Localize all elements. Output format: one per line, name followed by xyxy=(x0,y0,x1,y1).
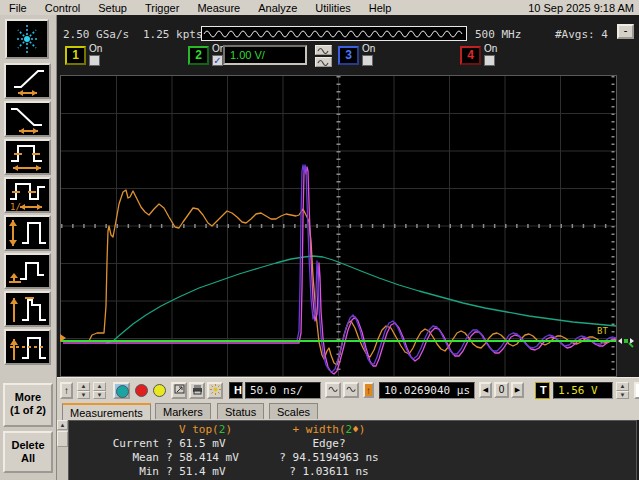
zoom-wave-button-1[interactable] xyxy=(325,382,341,398)
tool-vbase-button[interactable] xyxy=(4,253,51,289)
tool-vpp-button[interactable] xyxy=(4,215,51,251)
teal-grab-button[interactable] xyxy=(113,382,130,399)
menu-utilities[interactable]: Utilities xyxy=(306,2,359,14)
tool-rise-time-button[interactable] xyxy=(4,63,51,99)
channel-4-on-label: On xyxy=(484,43,497,54)
delay-zero-button[interactable]: 0 xyxy=(494,382,509,398)
memory-depth: 1.25 kpts xyxy=(143,28,203,41)
channel-1-checkbox[interactable] xyxy=(89,55,100,66)
export-window-button[interactable] xyxy=(171,382,187,399)
more-page-indicator: (1 of 2) xyxy=(5,404,51,417)
channel-2-button[interactable]: 2 xyxy=(188,46,209,65)
menu-trigger[interactable]: Trigger xyxy=(136,2,188,14)
min-value-1: ? 51.4 mV xyxy=(166,465,226,478)
trigger-slope-button[interactable]: ↑ xyxy=(634,382,639,399)
print-button[interactable] xyxy=(189,382,205,399)
vtop-icon xyxy=(6,293,49,325)
trigger-t-badge: T xyxy=(535,382,550,399)
menu-control[interactable]: Control xyxy=(36,2,89,14)
yellow-single-button[interactable] xyxy=(153,384,166,397)
channel-2-waveform-button-top[interactable] xyxy=(315,45,332,55)
sidebar: 1/ xyxy=(0,15,57,480)
row-label-min: Min xyxy=(94,465,159,478)
trigger-level-spinner[interactable]: ▲▼ xyxy=(616,382,629,399)
move-cursor-icon xyxy=(617,333,635,353)
mean-value-2: ? 94.5194963 ns xyxy=(249,451,409,464)
tool-vtop-button[interactable] xyxy=(4,291,51,327)
tool-vaverage-button[interactable] xyxy=(4,329,51,365)
vpp-icon xyxy=(6,217,49,249)
tool-frequency-button[interactable]: 1/ xyxy=(4,177,51,213)
menu-measure[interactable]: Measure xyxy=(188,2,249,14)
current-value-1: ? 61.5 mV xyxy=(166,437,226,450)
menu-bar: File Control Setup Trigger Measure Analy… xyxy=(0,0,639,15)
measurement-2-header: + width(2♦) xyxy=(249,423,409,436)
minimize-toolbar-button[interactable]: - xyxy=(617,24,634,39)
menu-setup[interactable]: Setup xyxy=(89,2,136,14)
delete-label: Delete xyxy=(5,439,51,452)
trigger-position-marker-button[interactable]: ↑ xyxy=(363,382,374,398)
spark-logo-icon xyxy=(7,21,47,57)
mean-value-1: ? 58.414 mV xyxy=(166,451,239,464)
more-measurements-button[interactable]: More (1 of 2) xyxy=(3,383,53,427)
channel-4-button[interactable]: 4 xyxy=(460,46,481,65)
spinner-2[interactable]: ▲▼ xyxy=(93,382,106,399)
scope-graticule xyxy=(61,76,616,376)
marker-up-button[interactable]: ↑ xyxy=(60,382,73,399)
delay-left-button[interactable]: ◀ xyxy=(479,382,492,398)
acquisition-status-bar: 2.50 GSa/s 1.25 kpts 500 MHz #Avgs: 4 - xyxy=(57,26,639,44)
spinner-1[interactable]: ▲▼ xyxy=(77,382,90,399)
fall-time-icon xyxy=(6,103,49,135)
channel-3-on-label: On xyxy=(362,43,375,54)
delay-field[interactable]: 10.0269040 µs xyxy=(379,382,475,399)
oscilloscope-window: File Control Setup Trigger Measure Analy… xyxy=(0,0,639,480)
channel-2-scale-field[interactable]: 1.00 V/ xyxy=(223,45,307,65)
channel-ground-marker[interactable] xyxy=(60,334,66,342)
min-value-2: ? 1.03611 ns xyxy=(249,465,409,478)
horizontal-h-badge: H xyxy=(229,382,243,399)
scroll-up-button[interactable]: ▲ xyxy=(57,420,68,430)
tab-markers[interactable]: Markers xyxy=(155,403,211,419)
plus-width-icon xyxy=(6,141,49,173)
red-stop-button[interactable] xyxy=(135,384,148,397)
trace-magenta xyxy=(63,167,616,374)
channel-1-button[interactable]: 1 xyxy=(65,46,86,65)
frequency-icon: 1/ xyxy=(6,179,49,211)
scroll-thumb[interactable] xyxy=(57,431,68,447)
measurement-1-header: V top(2) xyxy=(179,423,232,436)
menu-help[interactable]: Help xyxy=(360,2,401,14)
trigger-level-field[interactable]: 1.56 V xyxy=(553,382,613,399)
tool-fall-time-button[interactable] xyxy=(4,101,51,137)
channel-2-waveform-button-bottom[interactable] xyxy=(315,57,332,67)
channel-3-checkbox[interactable] xyxy=(362,55,373,66)
bandwidth: 500 MHz xyxy=(475,28,521,41)
more-label: More xyxy=(5,391,51,404)
rise-time-icon xyxy=(6,65,49,97)
tab-status[interactable]: Status xyxy=(217,403,264,419)
svg-text:1/: 1/ xyxy=(10,202,21,211)
channel-4-checkbox[interactable] xyxy=(484,55,495,66)
vbase-icon xyxy=(6,255,49,287)
tab-scales[interactable]: Scales xyxy=(269,403,318,419)
infiniium-logo-button[interactable] xyxy=(5,19,49,59)
clock: 10 Sep 2025 9:18 AM xyxy=(528,2,639,14)
channel-3-button[interactable]: 3 xyxy=(338,46,359,65)
tab-measurements[interactable]: Measurements xyxy=(62,403,151,420)
menu-file[interactable]: File xyxy=(0,2,36,14)
row-label-current: Current xyxy=(94,437,159,450)
menu-analyze[interactable]: Analyze xyxy=(249,2,306,14)
vaverage-icon xyxy=(6,331,49,363)
results-tabs: Measurements Markers Status Scales xyxy=(57,403,639,420)
sample-rate: 2.50 GSa/s xyxy=(63,28,129,41)
brightness-button[interactable] xyxy=(207,382,223,399)
averages-count: #Avgs: 4 xyxy=(555,28,608,41)
tool-plus-width-button[interactable] xyxy=(4,139,51,175)
horizontal-trigger-toolbar: ↑ ▲▼ ▲▼ H 50.0 ns/ ↑ 10.0269040 µs ◀ 0 ▶ xyxy=(57,377,639,403)
timebase-field[interactable]: 50.0 ns/ xyxy=(245,382,321,399)
delay-right-button[interactable]: ▶ xyxy=(511,382,524,398)
delete-all-button[interactable]: Delete All xyxy=(3,431,53,473)
measurements-scrollbar[interactable]: ▲ ▼ xyxy=(57,420,68,480)
waveform-display[interactable]: BT xyxy=(60,75,617,377)
zoom-wave-button-2[interactable] xyxy=(343,382,359,398)
channel-2-checkbox[interactable]: ✓ xyxy=(212,55,223,66)
